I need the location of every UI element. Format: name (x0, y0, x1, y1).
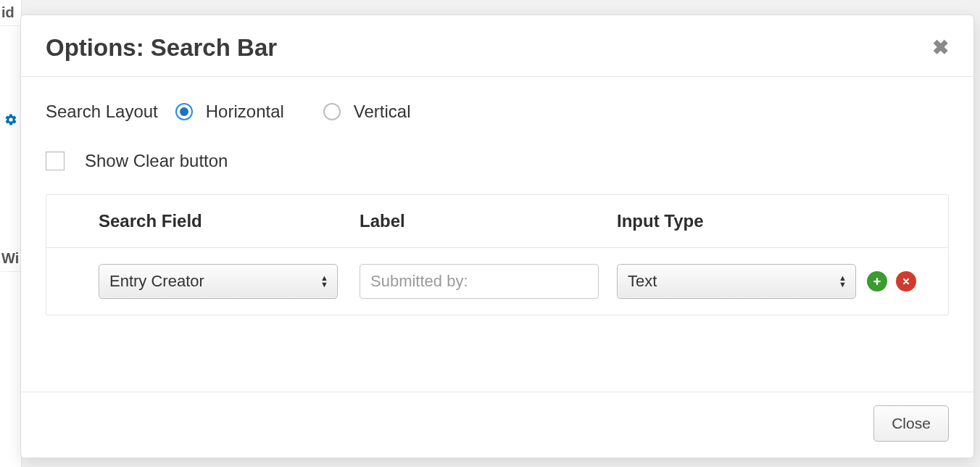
bg-fragment-mid: Wi (0, 246, 21, 272)
show-clear-label[interactable]: Show Clear button (85, 151, 228, 171)
show-clear-row: Show Clear button (46, 151, 949, 171)
table-row: Entry Creator ▲▼ Text ▲▼ (46, 248, 948, 315)
modal-header: Options: Search Bar ✖ (21, 15, 973, 77)
options-modal: Options: Search Bar ✖ Search Layout Hori… (20, 15, 974, 458)
search-field-value: Entry Creator (109, 272, 204, 291)
input-type-value: Text (628, 272, 657, 291)
search-fields-table: Search Field Label Input Type Entry Crea… (46, 194, 949, 315)
svg-rect-2 (873, 281, 881, 282)
chevron-updown-icon: ▲▼ (320, 275, 328, 288)
th-label: Label (360, 211, 617, 231)
radio-vertical[interactable] (323, 103, 341, 120)
search-layout-row: Search Layout Horizontal Vertical (46, 102, 949, 122)
search-field-select[interactable]: Entry Creator ▲▼ (99, 264, 338, 299)
modal-footer: Close (21, 392, 973, 458)
th-search-field: Search Field (99, 211, 360, 231)
add-row-button[interactable] (867, 271, 887, 292)
label-input[interactable] (360, 264, 599, 299)
input-type-select[interactable]: Text ▲▼ (617, 264, 856, 299)
chevron-updown-icon: ▲▼ (839, 275, 847, 288)
background-panel: id Wi (0, 0, 22, 467)
modal-title: Options: Search Bar (46, 34, 277, 62)
close-button[interactable]: Close (873, 405, 949, 442)
gear-icon (0, 113, 21, 130)
close-icon[interactable]: ✖ (932, 38, 949, 58)
modal-body: Search Layout Horizontal Vertical Show C… (21, 77, 973, 392)
radio-horizontal[interactable] (175, 103, 193, 120)
radio-horizontal-label[interactable]: Horizontal (206, 102, 284, 122)
search-layout-label: Search Layout (46, 102, 158, 122)
radio-vertical-label[interactable]: Vertical (354, 102, 411, 122)
bg-fragment-top: id (0, 0, 21, 26)
show-clear-checkbox[interactable] (46, 152, 65, 170)
table-header-row: Search Field Label Input Type (46, 195, 948, 248)
row-actions (867, 271, 947, 292)
th-input-type: Input Type (617, 211, 867, 231)
remove-row-button[interactable] (896, 271, 916, 292)
